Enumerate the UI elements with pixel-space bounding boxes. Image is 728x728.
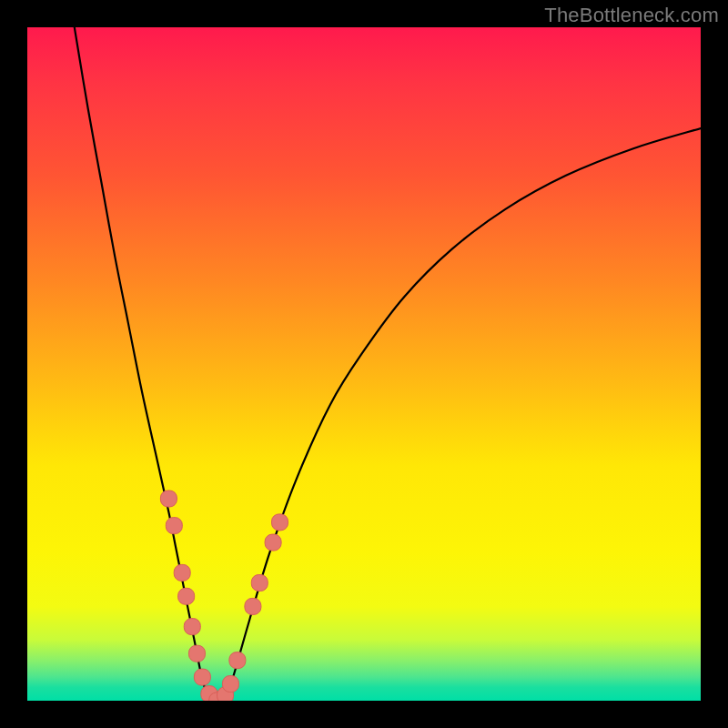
data-marker <box>166 518 182 534</box>
chart-svg <box>27 27 701 701</box>
watermark-text: TheBottleneck.com <box>544 4 719 27</box>
data-marker <box>160 490 177 507</box>
data-marker <box>188 645 205 662</box>
bottleneck-curve <box>75 27 701 701</box>
data-marker <box>178 588 195 604</box>
plot-area <box>27 27 701 701</box>
data-marker <box>265 534 281 551</box>
data-marker <box>251 575 268 592</box>
data-marker <box>245 598 261 614</box>
data-marker <box>229 652 246 669</box>
data-marker <box>222 676 238 693</box>
data-marker <box>194 669 210 685</box>
data-marker <box>184 619 200 635</box>
data-marker <box>174 564 190 581</box>
data-marker <box>272 514 288 531</box>
marker-group <box>160 490 288 701</box>
chart-frame: TheBottleneck.com <box>0 0 728 728</box>
